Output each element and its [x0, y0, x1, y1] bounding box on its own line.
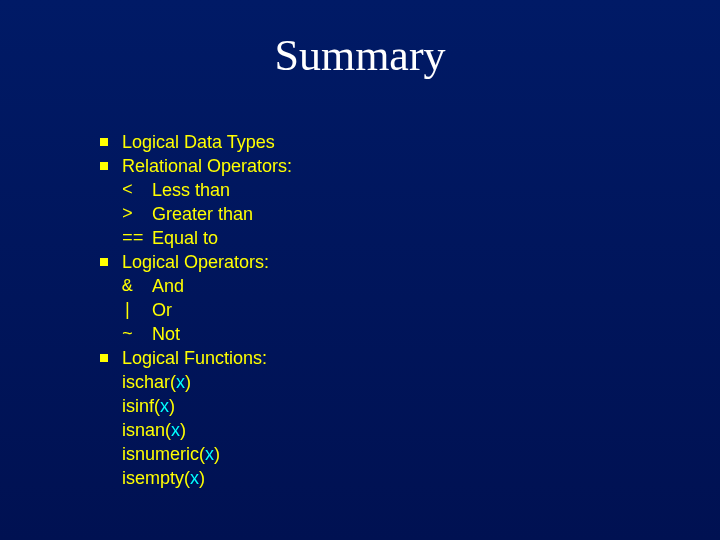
sub-item: isnumeric(x) [100, 442, 292, 466]
paren-close: ) [199, 468, 205, 488]
function-arg: x [171, 420, 180, 440]
bullet-icon [100, 258, 108, 266]
list-item: Relational Operators: [100, 154, 292, 178]
sub-item: isempty(x) [100, 466, 292, 490]
operator-desc: Greater than [152, 202, 253, 226]
bullet-text: Logical Functions: [122, 346, 267, 370]
content-block: Logical Data Types Relational Operators:… [100, 130, 292, 490]
function-arg: x [205, 444, 214, 464]
sub-item: > Greater than [100, 202, 292, 226]
function-arg: x [176, 372, 185, 392]
sub-item: & And [100, 274, 292, 298]
operator-symbol: | [122, 298, 152, 322]
list-item: Logical Data Types [100, 130, 292, 154]
function-name: ischar [122, 372, 170, 392]
function-arg: x [190, 468, 199, 488]
operator-symbol: & [122, 274, 152, 298]
operator-symbol: ~ [122, 322, 152, 346]
function-name: isnan [122, 420, 165, 440]
paren-close: ) [214, 444, 220, 464]
operator-desc: Not [152, 322, 180, 346]
list-item: Logical Operators: [100, 250, 292, 274]
sub-item: isinf(x) [100, 394, 292, 418]
function-name: isempty [122, 468, 184, 488]
function-arg: x [160, 396, 169, 416]
operator-desc: Less than [152, 178, 230, 202]
page-title: Summary [0, 0, 720, 81]
bullet-icon [100, 162, 108, 170]
sub-item: == Equal to [100, 226, 292, 250]
sub-item: | Or [100, 298, 292, 322]
sub-item: isnan(x) [100, 418, 292, 442]
bullet-icon [100, 354, 108, 362]
function-name: isnumeric [122, 444, 199, 464]
operator-desc: Equal to [152, 226, 218, 250]
operator-desc: Or [152, 298, 172, 322]
paren-close: ) [169, 396, 175, 416]
paren-close: ) [185, 372, 191, 392]
sub-item: ischar(x) [100, 370, 292, 394]
bullet-text: Logical Data Types [122, 130, 275, 154]
operator-symbol: < [122, 178, 152, 202]
bullet-text: Relational Operators: [122, 154, 292, 178]
sub-item: ~ Not [100, 322, 292, 346]
bullet-icon [100, 138, 108, 146]
operator-desc: And [152, 274, 184, 298]
function-name: isinf [122, 396, 154, 416]
list-item: Logical Functions: [100, 346, 292, 370]
operator-symbol: > [122, 202, 152, 226]
bullet-text: Logical Operators: [122, 250, 269, 274]
paren-close: ) [180, 420, 186, 440]
operator-symbol: == [122, 226, 152, 250]
sub-item: < Less than [100, 178, 292, 202]
slide: Summary Logical Data Types Relational Op… [0, 0, 720, 540]
